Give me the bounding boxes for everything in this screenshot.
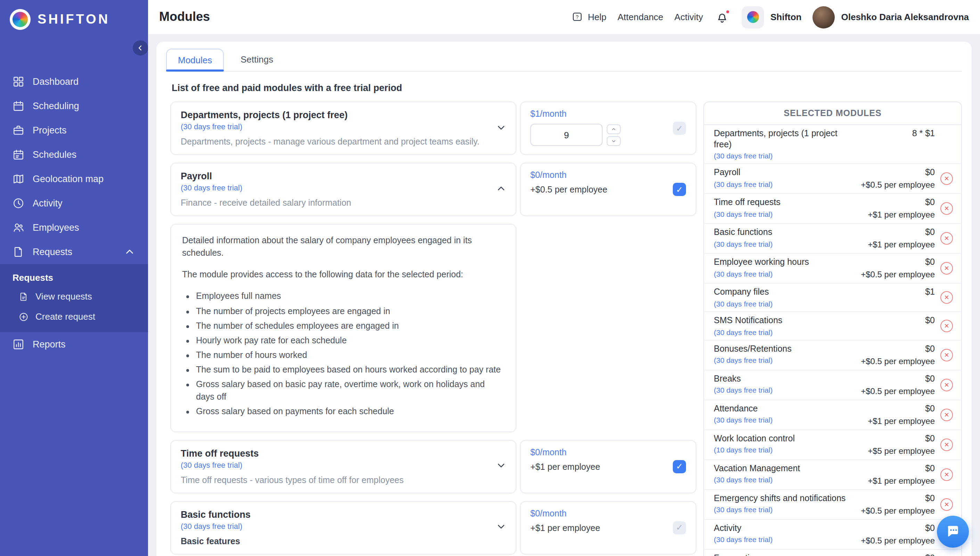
quantity-increase-button[interactable] xyxy=(607,124,621,134)
remove-module-button[interactable]: ✕ xyxy=(940,378,953,391)
sidebar-item-geolocation-map[interactable]: Geolocation map xyxy=(0,167,148,191)
sidebar-collapse-button[interactable] xyxy=(133,40,148,56)
selected-module-price: $0 xyxy=(853,433,935,443)
remove-module-button[interactable]: ✕ xyxy=(940,498,953,511)
remove-module-button[interactable]: ✕ xyxy=(940,233,953,245)
details-bullet: Hourly work pay rate for each schedule xyxy=(196,334,505,347)
view-requests-icon xyxy=(19,291,29,301)
quantity-stepper xyxy=(530,124,673,146)
remove-module-button[interactable]: ✕ xyxy=(940,349,953,361)
module-trial-link[interactable]: (30 days free trial) xyxy=(181,461,485,469)
remove-module-button[interactable]: ✕ xyxy=(940,203,953,215)
selected-module-name: Work location control xyxy=(714,433,847,444)
tabs: ModulesSettings xyxy=(166,42,962,71)
tab-modules[interactable]: Modules xyxy=(166,48,224,71)
topbar-right: ? Help Attendance Activity Shift xyxy=(572,6,969,28)
remove-module-button[interactable]: ✕ xyxy=(940,262,953,275)
selected-module-trial: (30 days free trial) xyxy=(714,299,847,308)
attendance-link[interactable]: Attendance xyxy=(618,12,664,22)
selected-module-trial: (30 days free trial) xyxy=(714,386,847,394)
module-row: Basic functions(30 days free trial)Basic… xyxy=(170,501,696,554)
module-checkbox[interactable]: ✓ xyxy=(673,521,686,534)
sidebar-item-projects[interactable]: Projects xyxy=(0,118,148,142)
remove-module-button[interactable]: ✕ xyxy=(940,291,953,304)
module-card-payroll[interactable]: Payroll(30 days free trial)Finance - rec… xyxy=(170,163,517,216)
selected-module-per-employee: +$1 per employee xyxy=(853,416,935,426)
module-checkbox[interactable]: ✓ xyxy=(673,121,686,135)
selected-module-name: Departments, projects (1 project free) xyxy=(714,129,847,150)
modules-panel: ModulesSettings List of free and paid mo… xyxy=(157,42,972,556)
logo[interactable]: SHIFTON xyxy=(0,0,148,39)
module-card-departments-projects-1-project-free[interactable]: Departments, projects (1 project free)(3… xyxy=(170,102,517,155)
quantity-input[interactable] xyxy=(530,124,602,146)
module-price-zone: $1/month✓ xyxy=(520,102,696,155)
sidebar-item-scheduling[interactable]: Scheduling xyxy=(0,94,148,118)
selected-module-row: Company files(30 days free trial)$1✕ xyxy=(704,284,961,312)
sidebar-item-create-request[interactable]: Create request xyxy=(0,307,148,326)
selected-module-price: $0 xyxy=(853,463,935,473)
module-price-zone: $0/month+$0.5 per employee✓ xyxy=(520,163,696,216)
sidebar-item-reports[interactable]: Reports xyxy=(0,332,148,357)
sidebar-item-requests[interactable]: Requests xyxy=(0,240,148,264)
module-title: Departments, projects (1 project free) xyxy=(181,110,485,120)
help-link[interactable]: ? Help xyxy=(572,11,607,23)
module-price-per-employee: +$1 per employee xyxy=(530,523,673,533)
selected-module-name: SMS Notifications xyxy=(714,315,847,326)
selected-module-row: Vacation Management(30 days free trial)$… xyxy=(704,460,961,490)
columns: Departments, projects (1 project free)(3… xyxy=(170,102,962,556)
module-card-time-off-requests[interactable]: Time off requests(30 days free trial)Tim… xyxy=(170,440,517,493)
selected-module-price: 8 * $1 xyxy=(853,129,935,138)
module-price: $0/month xyxy=(530,170,673,180)
selected-module-price: $0 xyxy=(853,344,935,353)
selected-module-row: Forecasting(30 days free trial)$0+$2 per… xyxy=(704,550,961,556)
sidebar-item-label: Projects xyxy=(33,125,67,136)
sidebar-item-activity[interactable]: Activity xyxy=(0,191,148,215)
remove-module-button[interactable]: ✕ xyxy=(940,438,953,451)
sidebar-item-view-requests[interactable]: View requests xyxy=(0,286,148,307)
selected-module-row: Bonuses/Retentions(30 days free trial)$0… xyxy=(704,340,961,370)
selected-module-name: Bonuses/Retentions xyxy=(714,344,847,354)
selected-module-name: Vacation Management xyxy=(714,463,847,474)
details-bullet: Gross salary based on payments for each … xyxy=(196,406,505,418)
requests-submenu: RequestsView requestsCreate request xyxy=(0,264,148,332)
activity-link[interactable]: Activity xyxy=(675,12,703,22)
module-card-basic-functions[interactable]: Basic functions(30 days free trial)Basic… xyxy=(170,501,517,554)
module-trial-link[interactable]: (30 days free trial) xyxy=(181,183,485,192)
svg-text:?: ? xyxy=(576,14,579,20)
remove-module-button[interactable]: ✕ xyxy=(940,319,953,332)
module-checkbox[interactable]: ✓ xyxy=(673,460,686,473)
selected-module-name: Activity xyxy=(714,523,847,534)
user-menu[interactable]: Oleshko Daria Aleksandrovna xyxy=(812,6,969,28)
chat-widget-button[interactable] xyxy=(937,516,969,548)
module-price-per-employee: +$0.5 per employee xyxy=(530,185,673,195)
notifications-button[interactable] xyxy=(715,10,730,24)
chevron-down-icon[interactable] xyxy=(496,121,507,135)
sidebar-item-dashboard[interactable]: Dashboard xyxy=(0,70,148,94)
chevron-up-icon[interactable] xyxy=(496,183,507,196)
module-trial-link[interactable]: (30 days free trial) xyxy=(181,122,485,131)
company-name: Shifton xyxy=(770,12,802,22)
selected-module-price: $0 xyxy=(853,523,935,533)
submenu-item-label: View requests xyxy=(36,291,92,302)
selected-module-trial: (30 days free trial) xyxy=(714,475,847,484)
dashboard-icon xyxy=(13,76,24,87)
remove-module-button[interactable]: ✕ xyxy=(940,408,953,421)
company-menu[interactable]: Shifton xyxy=(742,6,802,28)
module-row: Payroll(30 days free trial)Finance - rec… xyxy=(170,163,696,216)
quantity-decrease-button[interactable] xyxy=(607,136,621,145)
remove-module-button[interactable]: ✕ xyxy=(940,173,953,185)
selected-module-name: Time off requests xyxy=(714,198,847,208)
sidebar-item-employees[interactable]: Employees xyxy=(0,215,148,240)
remove-module-button[interactable]: ✕ xyxy=(940,468,953,481)
chevron-down-icon[interactable] xyxy=(496,521,507,534)
selected-module-row: Emergency shifts and notifications(30 da… xyxy=(704,490,961,519)
module-row: Time off requests(30 days free trial)Tim… xyxy=(170,440,696,493)
module-checkbox[interactable]: ✓ xyxy=(673,183,686,196)
selected-module-price: $0 xyxy=(853,315,935,325)
tab-settings[interactable]: Settings xyxy=(229,48,284,71)
module-trial-link[interactable]: (30 days free trial) xyxy=(181,522,485,530)
sidebar-item-schedules[interactable]: Schedules xyxy=(0,142,148,167)
selected-module-price: $0 xyxy=(853,257,935,267)
chevron-down-icon[interactable] xyxy=(496,460,507,473)
sidebar-nav: DashboardSchedulingProjectsSchedulesGeol… xyxy=(0,39,148,357)
